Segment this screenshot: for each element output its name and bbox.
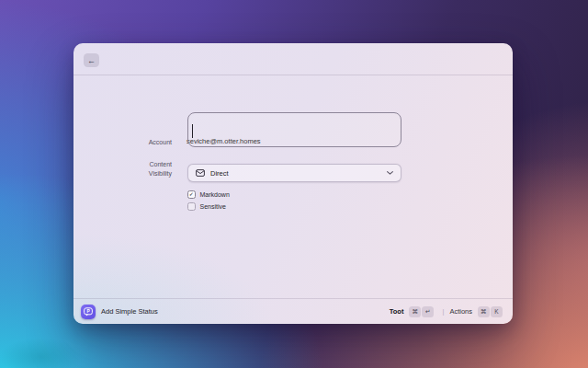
command-key-icon: ⌘ <box>478 306 490 317</box>
footer-actions-divider: | <box>442 307 444 316</box>
envelope-icon <box>196 169 205 177</box>
text-caret <box>192 124 193 138</box>
back-button[interactable]: ← <box>84 53 99 67</box>
visibility-label: Visibility <box>80 169 172 178</box>
content-label: Content <box>80 160 172 168</box>
markdown-checkbox-label: Markdown <box>200 191 230 198</box>
simple-status-app-icon: P <box>81 305 96 319</box>
sensitive-checkbox-label: Sensitive <box>200 203 226 210</box>
sensitive-checkbox[interactable] <box>187 202 196 211</box>
visibility-selected-value: Direct <box>210 169 229 178</box>
actions-menu-button[interactable]: Actions <box>449 307 472 316</box>
markdown-checkbox[interactable]: ✓ <box>187 190 196 199</box>
background-gradient-blob <box>0 329 101 368</box>
k-key-icon: K <box>491 306 503 317</box>
toot-button[interactable]: Toot <box>390 307 404 316</box>
command-key-icon: ⌘ <box>409 306 421 317</box>
compose-status-window: ← Account seviche@m.otter.homes Content … <box>74 43 513 324</box>
svg-text:P: P <box>86 309 90 314</box>
return-key-icon: ↵ <box>422 306 434 317</box>
markdown-checkbox-row[interactable]: ✓ Markdown <box>187 190 230 199</box>
content-textarea[interactable] <box>187 112 401 147</box>
visibility-dropdown[interactable]: Direct <box>187 164 401 182</box>
sensitive-checkbox-row[interactable]: Sensitive <box>187 202 226 211</box>
check-icon: ✓ <box>189 190 194 198</box>
back-arrow-icon: ← <box>87 54 96 67</box>
window-header: ← <box>74 43 513 75</box>
window-footer: P Add Simple Status Toot ⌘ ↵ | Actions ⌘… <box>74 298 513 324</box>
chevron-down-icon <box>387 171 393 175</box>
account-label: Account <box>80 138 172 146</box>
desktop-background: ← Account seviche@m.otter.homes Content … <box>0 0 588 368</box>
command-title: Add Simple Status <box>101 307 158 316</box>
